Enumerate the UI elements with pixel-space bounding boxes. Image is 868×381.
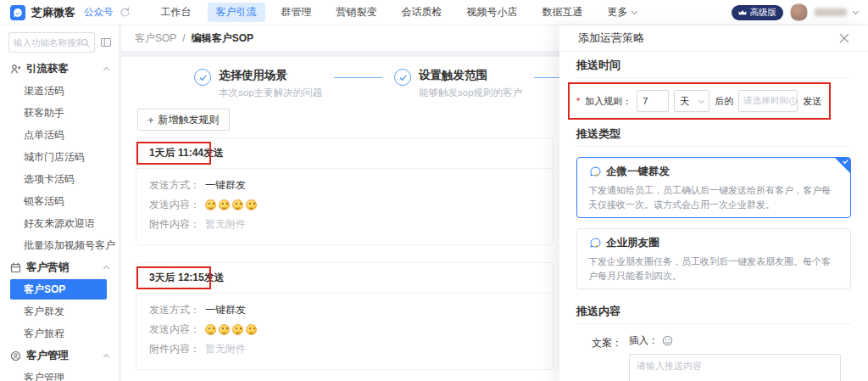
sidebar-item-acquisition-assistant[interactable]: 获客助手	[0, 102, 119, 124]
chevron-down-icon[interactable]	[853, 8, 859, 14]
close-icon[interactable]	[839, 33, 849, 43]
switch-account-icon[interactable]	[120, 7, 131, 18]
insert-row: 插入：	[629, 334, 841, 347]
insert-label: 插入：	[629, 334, 659, 347]
breadcrumb-parent[interactable]: 客户SOP	[135, 31, 176, 46]
sidebar-section-customer-management[interactable]: 客户管理	[0, 345, 119, 367]
top-navbar: 芝麻微客 公众号 工作台 客户引流 群管理 营销裂变 会话质检 视频号小店 数据…	[0, 0, 868, 25]
sidebar-item-customer-mass-send[interactable]: 客户群发	[0, 300, 119, 322]
nav-tab-more[interactable]: 更多	[599, 3, 645, 22]
breadcrumb-current: 编辑客户SOP	[192, 31, 253, 46]
kissing-face-emoji	[219, 199, 230, 210]
divider	[576, 323, 851, 324]
step-title: 设置触发范围	[419, 69, 522, 82]
breadcrumb-separator: /	[182, 32, 185, 44]
chevron-down-icon	[698, 97, 704, 103]
search-icon	[81, 38, 90, 48]
sidebar-item-customer-sop[interactable]: 客户SOP	[10, 279, 107, 300]
chat-bubble-logo-icon	[12, 7, 24, 19]
add-operation-strategy-drawer: 添加运营策略 推送时间 * 加入规则： 天 后的 请选择时间	[559, 25, 868, 381]
chevron-up-icon	[103, 66, 109, 72]
crown-icon	[738, 9, 747, 16]
kissing-face-emoji	[246, 199, 257, 210]
rule-content-row: 发送内容：	[149, 322, 540, 336]
divider	[576, 77, 851, 78]
emoji-list	[205, 199, 259, 210]
check-icon	[842, 158, 849, 165]
nav-tab-customer-acquisition[interactable]: 客户引流	[208, 3, 265, 22]
step-subtitle: 能够触发sop规则的客户	[419, 87, 522, 98]
section-title: 引流获客	[26, 62, 69, 76]
divider	[576, 146, 851, 147]
sop-rule-card-1: 1天后 11:44发送 发送方式： 一键群发 发送内容： 附件内容： 暂无附件	[136, 137, 554, 245]
nav-tab-data-sync[interactable]: 数据互通	[534, 3, 592, 22]
brand-name: 芝麻微客	[31, 5, 75, 20]
rule-title: 1天后 11:44发送	[149, 146, 224, 160]
emoji-picker-icon[interactable]	[662, 335, 673, 346]
user-plus-icon	[10, 64, 21, 75]
rule-card-header: 3天后 12:15发送	[136, 263, 553, 294]
chevron-up-icon	[103, 265, 109, 271]
sidebar-section-traffic-acquisition[interactable]: 引流获客	[0, 58, 119, 80]
step-trigger-scope: 设置触发范围 能够触发sop规则的客户	[394, 69, 522, 98]
join-rule-label: 加入规则：	[585, 95, 632, 108]
rule-attachment-row: 附件内容： 暂无附件	[149, 217, 540, 231]
user-name-redacted[interactable]	[815, 8, 847, 16]
sidebar-search-row	[0, 25, 119, 58]
days-count-input[interactable]	[637, 90, 669, 112]
step-connector	[334, 77, 382, 78]
push-type-name: 企业朋友圈	[606, 236, 659, 250]
section-title: 客户营销	[26, 261, 69, 275]
navbar-right-group: 高级版	[732, 3, 859, 21]
push-type-description: 下发企业朋友圈任务，员工收到后一键发表朋友圈。每个客户每月只能看到四次。	[588, 255, 839, 283]
sidebar-item-lock-customer-code[interactable]: 锁客活码	[0, 190, 119, 212]
app-logo[interactable]	[10, 5, 25, 20]
step-check-icon	[394, 69, 411, 86]
step-title: 选择使用场景	[219, 69, 322, 82]
sidebar-item-friend-welcome[interactable]: 好友来源欢迎语	[0, 212, 119, 234]
search-input[interactable]	[14, 37, 81, 48]
section-title: 客户管理	[26, 349, 69, 363]
send-mode-label: 发送方式：	[149, 303, 200, 317]
sidebar-section-customer-marketing[interactable]: 客户营销	[0, 256, 119, 278]
sidebar-item-city-store-code[interactable]: 城市门店活码	[0, 146, 119, 168]
time-unit-select[interactable]: 天	[674, 90, 709, 112]
rule-send-mode-row: 发送方式： 一键群发	[149, 178, 540, 192]
nav-more-label: 更多	[608, 5, 628, 20]
push-type-option-wecom-moments[interactable]: 企业朋友圈 下发企业朋友圈任务，员工收到后一键发表朋友圈。每个客户每月只能看到四…	[576, 228, 851, 289]
time-picker-input[interactable]: 请选择时间	[738, 90, 798, 112]
plan-badge[interactable]: 高级版	[732, 5, 784, 20]
sidebar-collapse-icon[interactable]	[100, 36, 112, 48]
attachment-label: 附件内容：	[149, 342, 200, 356]
sidebar-item-customer-journey[interactable]: 客户旅程	[0, 322, 119, 345]
nav-tab-workbench[interactable]: 工作台	[153, 3, 200, 22]
drawer-title: 添加运营策略	[578, 31, 644, 46]
sidebar-item-channel-code[interactable]: 渠道活码	[0, 80, 119, 102]
nav-tab-chat-inspection[interactable]: 会话质检	[393, 3, 451, 22]
function-search-box[interactable]	[8, 32, 95, 53]
user-circle-icon	[10, 350, 21, 361]
official-account-link[interactable]: 公众号	[84, 6, 114, 19]
push-content-textarea[interactable]	[629, 354, 841, 381]
sidebar-item-batch-add-video-customers[interactable]: 批量添加视频号客户	[0, 234, 119, 256]
sidebar-item-tab-code[interactable]: 选项卡活码	[0, 168, 119, 190]
main-nav-menu: 工作台 客户引流 群管理 营销裂变 会话质检 视频号小店 数据互通 更多	[153, 3, 645, 22]
emoji-list	[205, 324, 259, 335]
push-type-section-title: 推送类型	[576, 127, 851, 141]
sidebar-item-customer-management[interactable]: 客户管理	[0, 367, 119, 381]
chat-bubble-icon	[588, 237, 601, 249]
kissing-face-emoji	[205, 199, 216, 210]
push-type-option-wecom-mass-send[interactable]: 企微一键群发 下发通知给员工，员工确认后一键发送给所有客户，客户每天仅接收一次。…	[576, 157, 851, 218]
nav-tab-marketing-fission[interactable]: 营销裂变	[328, 3, 386, 22]
clock-icon	[788, 97, 798, 106]
send-mode-value: 一键群发	[205, 303, 246, 317]
add-trigger-rule-button[interactable]: + 新增触发规则	[137, 109, 230, 131]
user-avatar[interactable]	[790, 3, 808, 21]
calendar-icon	[10, 262, 21, 273]
content-label: 发送内容：	[149, 322, 200, 337]
nav-tab-video-store[interactable]: 视频号小店	[459, 3, 526, 22]
attachment-value: 暂无附件	[205, 342, 246, 356]
sidebar-item-order-code[interactable]: 点单活码	[0, 124, 119, 146]
nav-tab-group-management[interactable]: 群管理	[273, 3, 320, 22]
copy-label: 文案：	[592, 336, 622, 381]
